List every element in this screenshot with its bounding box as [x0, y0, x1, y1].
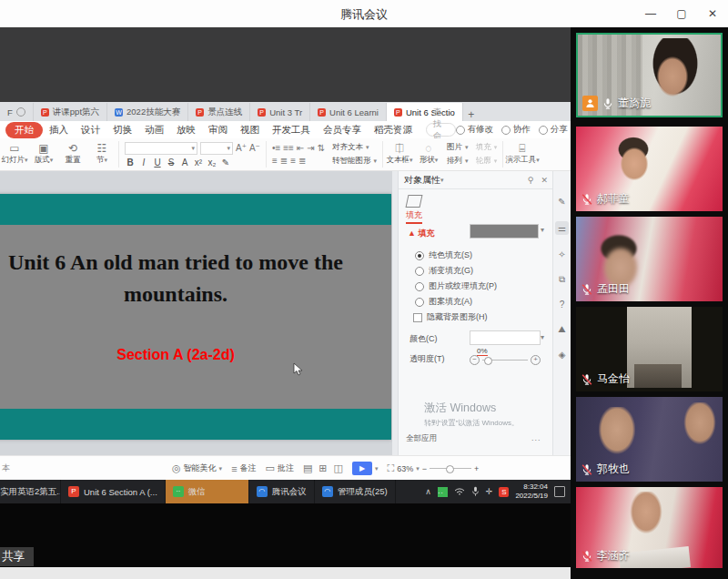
participant-video-2[interactable]: 郝菲童	[576, 127, 723, 211]
zoom-level[interactable]: 63%	[397, 464, 413, 473]
justify-icon[interactable]: ≣	[298, 156, 306, 166]
taskbar-item-english[interactable]: 实用英语2第五...	[0, 480, 61, 503]
image-panel-icon[interactable]: ⛰	[558, 324, 565, 335]
slide-subtitle-text[interactable]: Section A (2a-2d)	[0, 347, 391, 363]
apply-all-button[interactable]: 全部应用	[406, 433, 437, 444]
comments-button[interactable]: ▭ 批注	[266, 462, 294, 474]
microphone-tray-icon[interactable]	[471, 486, 480, 497]
command-search-input[interactable]: 查找命令...	[426, 123, 456, 137]
zoom-in-button[interactable]: +	[474, 464, 479, 473]
smart-beautify-button[interactable]: ◎ 智能美化 ▾	[172, 462, 222, 474]
zoom-out-button[interactable]: −	[422, 464, 427, 473]
taskbar-item-members[interactable]: ◠ 管理成员(25)	[315, 480, 396, 503]
normal-view-icon[interactable]: ▤	[303, 462, 312, 474]
new-slide-button[interactable]: ▭ 幻灯片▾	[0, 138, 29, 170]
outline-button[interactable]: 轮廓 ▾	[476, 156, 498, 167]
document-tab-5[interactable]: P Unit 6 Learni	[310, 103, 387, 121]
align-right-icon[interactable]: ≡	[290, 156, 296, 166]
chevron-down-icon[interactable]: ▾	[541, 333, 544, 341]
tab-close-icon[interactable]	[16, 107, 25, 117]
modified-status[interactable]: 有修改	[456, 124, 494, 136]
menu-member[interactable]: 会员专享	[317, 123, 368, 137]
decrease-font-icon[interactable]: A⁻	[249, 143, 260, 153]
resource-icon[interactable]: ◈	[559, 350, 566, 360]
reading-view-icon[interactable]: ◫	[334, 462, 343, 474]
participant-video-4[interactable]: 马金怡	[576, 307, 723, 391]
slider-track[interactable]	[482, 360, 528, 361]
picture-button[interactable]: 图片 ▾	[447, 142, 469, 153]
move-tool-icon[interactable]: ✛	[486, 487, 493, 496]
minimize-button[interactable]: —	[635, 0, 666, 27]
menu-home[interactable]: 开始	[5, 122, 43, 138]
participant-video-6[interactable]: 李涵齐	[576, 487, 723, 568]
chevron-down-icon[interactable]: ▾	[541, 226, 544, 234]
increase-indent-icon[interactable]: ⇥	[307, 143, 314, 153]
object-properties-icon[interactable]: ⚌	[555, 221, 569, 235]
decrease-indent-icon[interactable]: ⇤	[297, 143, 304, 153]
superscript-button[interactable]: x²	[193, 157, 204, 168]
italic-button[interactable]: I	[138, 157, 149, 168]
menu-slideshow[interactable]: 放映	[170, 123, 202, 137]
presentation-tools-button[interactable]: ⌸ 演示工具▾	[505, 138, 540, 170]
help-icon[interactable]: ?	[560, 300, 565, 310]
play-slideshow-button[interactable]: ▶ ▾	[352, 462, 379, 475]
highlight-button[interactable]: ✎	[220, 157, 231, 168]
effects-icon[interactable]: ✧	[558, 249, 565, 259]
gradient-fill-option[interactable]: 渐变填充(G)	[415, 265, 473, 277]
fit-slide-icon[interactable]: ⛶	[388, 462, 395, 474]
participant-video-3[interactable]: 孟田田	[576, 217, 723, 301]
document-tab-2[interactable]: W 2022技能大赛	[107, 103, 188, 121]
strikethrough-button[interactable]: S	[166, 157, 177, 168]
slider-knob[interactable]	[484, 357, 492, 365]
arrange-button[interactable]: 排列 ▾	[447, 156, 469, 167]
solid-fill-option[interactable]: 纯色填充(S)	[415, 249, 472, 261]
slider-plus-icon[interactable]: +	[531, 355, 541, 365]
increase-font-icon[interactable]: A⁺	[236, 143, 247, 153]
menu-view[interactable]: 视图	[234, 123, 266, 137]
font-name-select[interactable]: ▾	[125, 142, 197, 155]
zoom-slider-knob[interactable]	[446, 465, 454, 473]
slider-minus-icon[interactable]: −	[470, 355, 480, 365]
wifi-icon[interactable]	[454, 487, 465, 496]
align-text-button[interactable]: 对齐文本 ▾	[332, 142, 377, 153]
menu-design[interactable]: 设计	[75, 123, 106, 137]
underline-button[interactable]: U	[152, 157, 163, 168]
shape-button[interactable]: ◌ 形状▾	[414, 138, 443, 170]
new-tab-button[interactable]: +	[463, 108, 480, 121]
subscript-button[interactable]: x₂	[207, 157, 217, 168]
align-center-icon[interactable]: ≣	[280, 156, 288, 166]
font-color-button[interactable]: A	[179, 157, 190, 168]
hide-background-option[interactable]: 隐藏背景图形(H)	[413, 311, 488, 323]
pin-icon[interactable]: ⚲	[528, 176, 534, 185]
participant-video-1[interactable]: 董旖旎	[576, 33, 723, 117]
smart-graphic-button[interactable]: 转智能图形 ▾	[332, 156, 377, 167]
document-tab-1[interactable]: P 讲课ppt第六	[34, 103, 107, 121]
panel-close-icon[interactable]: ✕	[541, 176, 548, 185]
document-tab-3[interactable]: P 景点连线	[188, 103, 250, 121]
chevron-down-icon[interactable]: ▾	[440, 177, 444, 184]
picture-fill-option[interactable]: 图片或纹理填充(P)	[415, 280, 497, 292]
taskbar-item-meeting[interactable]: ◠ 腾讯会议	[249, 480, 315, 503]
pattern-fill-option[interactable]: 图案填充(A)	[415, 296, 472, 308]
tray-expand-icon[interactable]: ∧	[425, 487, 431, 496]
menu-review[interactable]: 审阅	[202, 123, 234, 137]
taskbar-item-wechat[interactable]: ·· 微信	[166, 480, 249, 503]
notification-center-icon[interactable]	[554, 486, 565, 497]
fill-button[interactable]: 填充 ▾	[476, 142, 498, 153]
transparency-slider[interactable]: − +	[470, 355, 541, 365]
notes-button[interactable]: ≡ 备注	[231, 462, 256, 474]
menu-transition[interactable]: 切换	[106, 123, 138, 137]
format-brush-icon[interactable]: ✎	[558, 197, 565, 207]
fill-tab[interactable]: 填充	[406, 195, 422, 224]
numbered-list-icon[interactable]: ≡≡	[283, 143, 294, 153]
align-left-icon[interactable]: ≡	[272, 156, 278, 166]
slide-title-text[interactable]: Unit 6 An old man tried to move the moun…	[0, 247, 391, 310]
collaborate-button[interactable]: 协作	[501, 124, 531, 136]
menu-insert[interactable]: 插入	[43, 123, 75, 137]
document-tab-4[interactable]: P Unit 3 Tr	[250, 103, 310, 121]
document-tab-partial[interactable]: F	[0, 103, 34, 121]
taskbar-clock[interactable]: 8:32:04 2022/5/19	[515, 482, 548, 501]
fill-color-swatch[interactable]	[470, 224, 539, 239]
bullet-list-icon[interactable]: •≡	[272, 143, 280, 153]
line-spacing-icon[interactable]: ⇅	[318, 143, 325, 153]
